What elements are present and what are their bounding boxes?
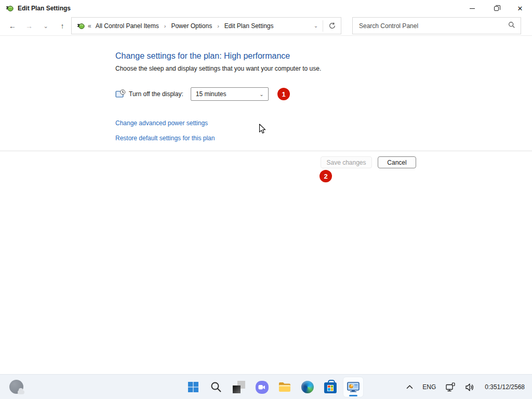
search-icon (210, 381, 222, 393)
active-app-indicator (349, 395, 357, 396)
search-input[interactable] (353, 22, 508, 30)
page-subtitle: Choose the sleep and display settings th… (115, 65, 321, 72)
widgets-weather-icon[interactable] (9, 380, 23, 394)
address-bar[interactable]: « All Control Panel Items › Power Option… (71, 17, 341, 34)
show-hidden-icons-button[interactable] (403, 378, 416, 396)
tray-date: 1/12/2568 (497, 383, 525, 391)
refresh-button[interactable] (323, 22, 341, 30)
titlebar: Edit Plan Settings ✕ (0, 0, 532, 17)
save-changes-button[interactable]: Save changes (321, 156, 372, 168)
address-dropdown-chevron-icon[interactable]: ⌄ (309, 23, 323, 29)
breadcrumb-separator-icon[interactable]: › (160, 23, 170, 29)
task-view-icon (233, 381, 245, 393)
recent-pages-chevron-icon[interactable]: ⌄ (39, 20, 52, 32)
page-title: Change settings for the plan: High perfo… (115, 51, 290, 61)
windows-logo-icon (187, 381, 200, 393)
ethernet-icon (445, 382, 456, 392)
folder-icon (278, 381, 291, 393)
navigation-toolbar: ← → ⌄ ↑ « All Control Panel Items › P (0, 17, 532, 36)
display-timeout-select[interactable]: 15 minutes ⌄ (191, 87, 269, 101)
taskbar: ENG 0:35 1/12/2568 (0, 374, 532, 399)
minimize-button[interactable] (460, 0, 484, 17)
minimize-icon (470, 8, 475, 9)
taskbar-search-button[interactable] (206, 377, 227, 397)
breadcrumb-separator-icon[interactable]: › (213, 23, 223, 29)
restore-icon (494, 6, 499, 11)
close-icon: ✕ (517, 5, 523, 12)
cloud-icon (18, 390, 24, 394)
power-options-icon (76, 22, 85, 30)
store-icon (324, 382, 337, 393)
breadcrumb-power-options[interactable]: Power Options (170, 22, 213, 30)
speaker-icon (465, 383, 475, 392)
search-icon[interactable] (508, 21, 515, 31)
chevron-up-icon (406, 385, 413, 389)
control-panel-icon (347, 381, 360, 393)
close-button[interactable]: ✕ (508, 0, 532, 17)
edge-icon (301, 381, 314, 393)
teams-chat-button[interactable] (251, 377, 272, 397)
forward-button[interactable]: → (23, 20, 35, 32)
up-button[interactable]: ↑ (56, 20, 69, 32)
annotation-badge-1: 1 (277, 88, 290, 100)
desktop-screen: Edit Plan Settings ✕ ← → ⌄ ↑ (0, 0, 532, 399)
edge-browser-button[interactable] (297, 377, 318, 397)
turn-off-display-row: Turn off the display: 15 minutes ⌄ (115, 87, 269, 101)
breadcrumb-edit-plan-settings[interactable]: Edit Plan Settings (223, 22, 275, 30)
chevron-down-icon: ⌄ (259, 91, 263, 97)
window-title: Edit Plan Settings (18, 5, 71, 12)
restore-button[interactable] (484, 0, 508, 17)
microsoft-store-button[interactable] (320, 377, 341, 397)
turn-off-display-label: Turn off the display: (129, 90, 183, 98)
chat-icon (255, 381, 268, 394)
display-timeout-value: 15 minutes (196, 90, 227, 98)
volume-tray-button[interactable] (462, 378, 478, 396)
button-strip-divider (0, 151, 532, 151)
breadcrumb-all-control-panel-items[interactable]: All Control Panel Items (95, 22, 160, 30)
network-tray-button[interactable] (442, 378, 459, 396)
edit-plan-settings-window: Edit Plan Settings ✕ ← → ⌄ ↑ (0, 0, 532, 374)
task-view-button[interactable] (229, 377, 249, 397)
clock-tray-button[interactable]: 0:35 1/12/2568 (482, 378, 527, 396)
breadcrumb-overflow-chevron[interactable]: « (88, 22, 91, 30)
file-explorer-button[interactable] (274, 377, 295, 397)
language-indicator[interactable]: ENG (419, 378, 439, 396)
restore-default-settings-link[interactable]: Restore default settings for this plan (115, 135, 215, 142)
mouse-cursor (257, 124, 268, 134)
start-button[interactable] (183, 377, 204, 397)
change-advanced-power-settings-link[interactable]: Change advanced power settings (115, 119, 208, 127)
display-timer-icon (115, 89, 126, 99)
annotation-badge-2: 2 (320, 170, 332, 182)
search-control-panel-box[interactable] (352, 17, 521, 34)
control-panel-app-button[interactable] (343, 377, 364, 397)
back-button[interactable]: ← (6, 20, 19, 32)
tray-time: 0:35 (485, 383, 497, 391)
power-options-icon (5, 4, 14, 12)
cancel-button[interactable]: Cancel (378, 156, 416, 168)
